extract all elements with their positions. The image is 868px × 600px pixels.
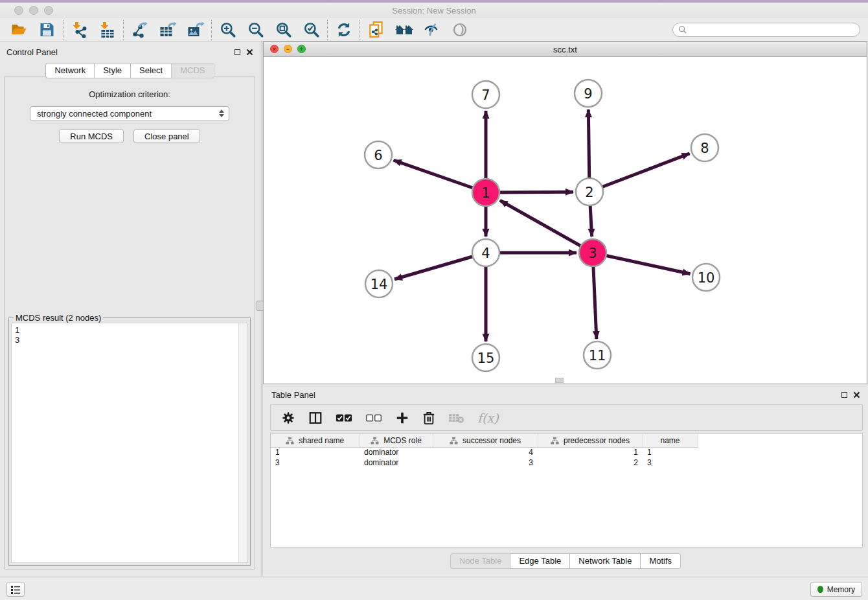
float-table-panel-icon[interactable] xyxy=(841,392,847,398)
graph-node-label-11: 11 xyxy=(589,348,606,363)
cell-mcds-role[interactable]: dominator xyxy=(360,457,433,468)
cell-name[interactable]: 3 xyxy=(643,457,698,468)
toggle-column-view-icon[interactable] xyxy=(308,411,323,425)
memory-label: Memory xyxy=(827,585,855,594)
network-graph[interactable]: 7968124314101511 xyxy=(264,57,867,384)
column-type-icon xyxy=(450,437,458,444)
table-header-row: shared name MCDS role successor nodes pr… xyxy=(271,434,698,447)
canvas-resize-grip[interactable] xyxy=(555,378,564,383)
panel-divider-grip[interactable] xyxy=(257,301,264,311)
minimize-window-button[interactable] xyxy=(29,6,38,15)
tab-style[interactable]: Style xyxy=(94,63,130,78)
deselect-all-icon[interactable] xyxy=(365,411,382,424)
refresh-layout-button[interactable] xyxy=(330,19,358,40)
home-button[interactable] xyxy=(390,19,418,40)
show-panel-button[interactable] xyxy=(446,19,474,40)
network-canvas[interactable]: 7968124314101511 xyxy=(264,57,867,384)
cell-shared-name[interactable]: 3 xyxy=(271,457,360,468)
export-image-button[interactable] xyxy=(181,19,209,40)
criterion-select[interactable]: strongly connected component xyxy=(30,106,229,121)
import-network-button[interactable] xyxy=(65,19,93,40)
tab-motifs[interactable]: Motifs xyxy=(640,553,681,569)
table-toolbar: f(x) xyxy=(270,404,863,431)
table-row[interactable]: 3 dominator 3 2 3 xyxy=(271,457,698,468)
tab-network-table[interactable]: Network Table xyxy=(569,553,640,569)
cell-successor-nodes[interactable]: 4 xyxy=(433,447,538,457)
toolbar-separator xyxy=(327,20,328,40)
save-session-button[interactable] xyxy=(33,19,61,40)
graph-node-label-6: 6 xyxy=(374,148,382,163)
zoom-in-icon xyxy=(220,21,236,38)
zoom-fit-button[interactable] xyxy=(269,19,297,40)
hide-panel-button[interactable] xyxy=(418,19,446,40)
column-header-successor-nodes[interactable]: successor nodes xyxy=(433,434,538,447)
list-icon xyxy=(10,585,21,594)
column-header-mcds-role[interactable]: MCDS role xyxy=(360,434,433,447)
result-scrollbar[interactable] xyxy=(238,323,247,562)
zoom-out-button[interactable] xyxy=(242,19,269,40)
graph-node-label-9: 9 xyxy=(584,86,592,102)
close-panel-icon[interactable] xyxy=(246,49,253,56)
run-mcds-button[interactable]: Run MCDS xyxy=(59,129,124,143)
column-header-shared-name[interactable]: shared name xyxy=(271,434,360,447)
network-close-button[interactable]: × xyxy=(270,45,279,53)
close-table-panel-icon[interactable] xyxy=(853,391,860,398)
graph-edge-2-8[interactable] xyxy=(589,154,690,192)
delete-column-icon[interactable] xyxy=(422,411,435,425)
zoom-window-button[interactable] xyxy=(44,6,53,15)
status-bar: Memory xyxy=(0,577,868,600)
export-table-button[interactable] xyxy=(154,19,181,40)
zoom-in-button[interactable] xyxy=(214,19,242,40)
export-table-icon xyxy=(159,21,177,38)
import-table-button[interactable] xyxy=(93,19,121,40)
column-type-icon xyxy=(371,437,379,444)
window-traffic-lights[interactable] xyxy=(14,6,53,15)
task-history-button[interactable] xyxy=(6,582,25,597)
tab-mcds[interactable]: MCDS xyxy=(171,63,214,78)
graph-edge-3-1[interactable] xyxy=(500,200,593,253)
select-all-icon[interactable] xyxy=(336,411,352,424)
open-session-button[interactable] xyxy=(5,19,33,40)
column-header-name[interactable]: name xyxy=(643,434,698,447)
cell-predecessor-nodes[interactable]: 1 xyxy=(538,447,643,457)
graph-edge-3-10[interactable] xyxy=(593,253,691,274)
search-input[interactable] xyxy=(687,25,860,34)
cell-successor-nodes[interactable]: 3 xyxy=(433,457,538,468)
cell-name[interactable]: 1 xyxy=(643,447,698,457)
memory-button[interactable]: Memory xyxy=(810,582,862,597)
global-search-field[interactable] xyxy=(672,23,860,37)
close-window-button[interactable] xyxy=(14,6,23,15)
table-tab-bar: Node Table Edge Table Network Table Moti… xyxy=(263,553,868,569)
zoom-fit-icon xyxy=(275,21,292,38)
node-table[interactable]: shared name MCDS role successor nodes pr… xyxy=(270,433,863,548)
tab-edge-table[interactable]: Edge Table xyxy=(510,553,569,569)
home-icon xyxy=(394,22,414,38)
settings-gear-icon[interactable] xyxy=(281,411,295,425)
memory-status-icon xyxy=(817,586,823,593)
add-column-icon[interactable] xyxy=(395,411,409,425)
table-row[interactable]: 1 dominator 4 1 1 xyxy=(271,447,698,457)
column-header-predecessor-nodes[interactable]: predecessor nodes xyxy=(538,434,643,447)
cell-mcds-role[interactable]: dominator xyxy=(360,447,433,457)
network-minimize-button[interactable]: − xyxy=(284,45,292,53)
graph-edge-1-6[interactable] xyxy=(394,160,486,192)
float-panel-icon[interactable] xyxy=(234,49,240,55)
network-view-window: × − + scc.txt 7968124314101511 xyxy=(263,41,867,384)
zoom-selected-button[interactable] xyxy=(297,19,325,40)
network-zoom-button[interactable]: + xyxy=(297,45,306,53)
tab-select[interactable]: Select xyxy=(130,63,171,78)
table-panel: Table Panel xyxy=(263,384,868,574)
eye-icon xyxy=(451,22,468,38)
duplicate-network-button[interactable] xyxy=(362,19,390,40)
graph-node-label-8: 8 xyxy=(700,141,709,156)
window-title: Session: New Session xyxy=(392,6,475,16)
tab-node-table[interactable]: Node Table xyxy=(450,553,510,569)
titlebar: Session: New Session xyxy=(0,3,868,18)
export-network-icon xyxy=(131,21,148,38)
close-panel-button[interactable]: Close panel xyxy=(133,129,200,143)
network-window-titlebar[interactable]: × − + scc.txt xyxy=(264,42,867,57)
cell-predecessor-nodes[interactable]: 2 xyxy=(538,457,643,468)
cell-shared-name[interactable]: 1 xyxy=(271,447,360,457)
export-network-button[interactable] xyxy=(126,19,154,40)
tab-network[interactable]: Network xyxy=(45,63,94,78)
